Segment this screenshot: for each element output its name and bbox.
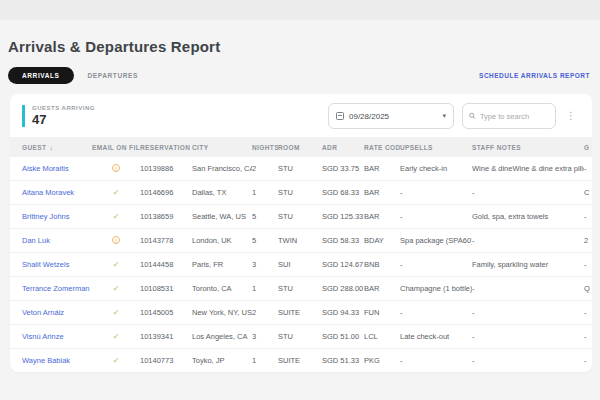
cell-adr: SGD 125.33 <box>322 212 364 221</box>
column-header-g[interactable]: G <box>584 144 592 151</box>
cell-city: Seattle, WA, US <box>192 212 252 221</box>
cell-room: STU <box>278 212 322 221</box>
cell-extra: 2 <box>584 236 592 245</box>
cell-rate-code: FUN <box>364 308 400 317</box>
search-box[interactable] <box>462 103 556 129</box>
column-header-adr[interactable]: ADR <box>322 144 364 151</box>
guests-arriving-label: GUESTS ARRIVING <box>32 105 95 111</box>
guest-name-link[interactable]: Aiske Moraitis <box>22 164 92 173</box>
cell-room: SUITE <box>278 356 322 365</box>
column-header-room[interactable]: ROOM <box>278 144 322 151</box>
cell-extra: - <box>584 260 592 269</box>
cell-extra: - <box>584 332 592 341</box>
search-input[interactable] <box>480 112 549 121</box>
table-row: Terrance Zomerman✓10108531Toronto, CA1ST… <box>10 277 592 301</box>
table-row: Aitana Moravek✓10146696Dallas, TX1STUSGD… <box>10 181 592 205</box>
guest-name-link[interactable]: Visnú Arinze <box>22 332 92 341</box>
column-header-nights[interactable]: NIGHTS <box>252 144 278 151</box>
kebab-menu-icon[interactable]: ⋮ <box>564 111 578 121</box>
calendar-icon <box>336 112 344 120</box>
guest-name-link[interactable]: Aitana Moravek <box>22 188 92 197</box>
column-header-reservation-[interactable]: RESERVATION # <box>140 144 192 151</box>
cell-adr: SGD 288.00 <box>322 284 364 293</box>
cell-adr: SGD 124.67 <box>322 260 364 269</box>
cell-rate-code: BAR <box>364 212 400 221</box>
cell-extra: C <box>584 188 592 197</box>
guest-name-link[interactable]: Terrance Zomerman <box>22 284 92 293</box>
column-header-city[interactable]: CITY <box>192 144 252 151</box>
cell-city: Paris, FR <box>192 260 252 269</box>
email-status-cell: ✓ <box>92 188 140 197</box>
cell-extra: - <box>584 308 592 317</box>
cell-city: London, UK <box>192 236 252 245</box>
cell-rate-code: PKG <box>364 356 400 365</box>
page-title: Arrivals & Departures Report <box>8 38 592 55</box>
cell-city: San Francisco, CA <box>192 164 252 173</box>
cell-rate-code: BAR <box>364 164 400 173</box>
cell-rate-code: BAR <box>364 188 400 197</box>
cell-reservation: 10138659 <box>140 212 192 221</box>
cell-adr: SGD 94.33 <box>322 308 364 317</box>
cell-staff-notes: - <box>472 332 584 341</box>
cell-room: STU <box>278 332 322 341</box>
cell-reservation: 10140773 <box>140 356 192 365</box>
cell-staff-notes: - <box>472 236 584 245</box>
cell-adr: SGD 51.00 <box>322 332 364 341</box>
cell-city: Toyko, JP <box>192 356 252 365</box>
guests-arriving-count: 47 <box>32 112 95 127</box>
top-bar <box>0 0 600 20</box>
cell-rate-code: LCL <box>364 332 400 341</box>
guest-name-link[interactable]: Dan Luk <box>22 236 92 245</box>
tabs-row: ARRIVALS DEPARTURES SCHEDULE ARRIVALS RE… <box>8 67 592 84</box>
column-header-guest[interactable]: GUEST↓ <box>22 144 92 151</box>
email-missing-alert-icon: ! <box>112 164 120 172</box>
email-on-file-check-icon: ✓ <box>113 332 120 341</box>
column-header-email-on-file[interactable]: EMAIL ON FILE <box>92 144 140 151</box>
email-on-file-check-icon: ✓ <box>113 188 120 197</box>
cell-nights: 2 <box>252 164 278 173</box>
cell-upsells: - <box>400 308 472 317</box>
cell-nights: 3 <box>252 260 278 269</box>
guest-name-link[interactable]: Brittney Johns <box>22 212 92 221</box>
guest-name-link[interactable]: Veton Arnáiz <box>22 308 92 317</box>
tab-departures[interactable]: DEPARTURES <box>88 72 138 79</box>
cell-reservation: 10139341 <box>140 332 192 341</box>
email-status-cell: ✓ <box>92 332 140 341</box>
email-status-cell: ✓ <box>92 356 140 365</box>
email-on-file-check-icon: ✓ <box>113 260 120 269</box>
cell-nights: 1 <box>252 356 278 365</box>
email-status-cell: ✓ <box>92 212 140 221</box>
cell-city: Los Angeles, CA <box>192 332 252 341</box>
cell-reservation: 10108531 <box>140 284 192 293</box>
schedule-arrivals-report-link[interactable]: SCHEDULE ARRIVALS REPORT <box>479 72 590 79</box>
table-row: Brittney Johns✓10138659Seattle, WA, US5S… <box>10 205 592 229</box>
cell-room: TWIN <box>278 236 322 245</box>
cell-nights: 1 <box>252 284 278 293</box>
email-on-file-check-icon: ✓ <box>113 308 120 317</box>
cell-room: STU <box>278 164 322 173</box>
cell-adr: SGD 68.33 <box>322 188 364 197</box>
column-header-staff-notes[interactable]: STAFF NOTES <box>472 144 584 151</box>
table-header-row: GUEST↓EMAIL ON FILERESERVATION #CITYNIGH… <box>10 137 592 157</box>
cell-room: SUITE <box>278 308 322 317</box>
cell-room: STU <box>278 284 322 293</box>
cell-reservation: 10145005 <box>140 308 192 317</box>
date-value: 09/28/2025 <box>349 112 437 121</box>
cell-extra: - <box>584 212 592 221</box>
cell-nights: 3 <box>252 332 278 341</box>
guest-name-link[interactable]: Wayne Babiak <box>22 356 92 365</box>
sort-arrow-icon: ↓ <box>49 144 53 151</box>
table-controls: 09/28/2025 ▾ ⋮ <box>328 103 578 129</box>
column-header-upsells[interactable]: UPSELLS <box>400 144 472 151</box>
cell-upsells: Early check-in <box>400 164 472 173</box>
column-header-rate-code[interactable]: RATE CODE <box>364 144 400 151</box>
cell-upsells: - <box>400 212 472 221</box>
tab-arrivals[interactable]: ARRIVALS <box>8 67 74 84</box>
cell-upsells: - <box>400 188 472 197</box>
guest-name-link[interactable]: Shalit Wetzels <box>22 260 92 269</box>
cell-upsells: Late check-out <box>400 332 472 341</box>
cell-rate-code: BAR <box>364 284 400 293</box>
cell-staff-notes: - <box>472 188 584 197</box>
date-picker[interactable]: 09/28/2025 ▾ <box>328 103 454 129</box>
cell-nights: 1 <box>252 188 278 197</box>
